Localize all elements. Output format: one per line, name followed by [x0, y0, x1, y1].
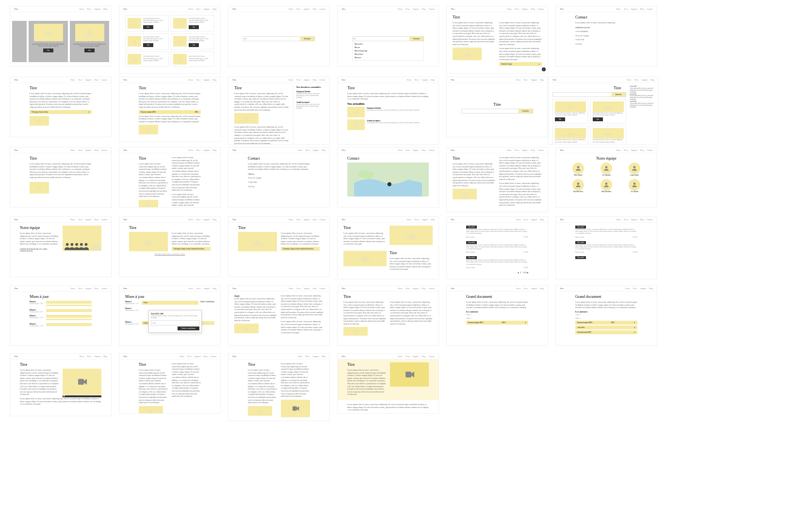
nav-link[interactable]: Contact — [101, 218, 107, 221]
nav-link[interactable]: News — [196, 287, 200, 290]
nav-link[interactable]: Contact — [320, 287, 325, 290]
image-caption-link[interactable]: Télécharger l'image en haute résolution … — [129, 253, 211, 255]
nav-link[interactable]: Home — [289, 79, 293, 81]
nav-link[interactable]: Blog — [95, 287, 98, 290]
nav-link[interactable]: Blog — [212, 149, 216, 151]
nav-link[interactable]: Contact — [320, 8, 325, 10]
nav-link[interactable]: Home — [516, 218, 521, 221]
nav-link[interactable]: Home — [516, 79, 521, 81]
nav-link[interactable]: Support — [631, 8, 637, 10]
nav-link[interactable]: Home — [407, 79, 412, 81]
nav-link[interactable]: Support — [195, 355, 201, 358]
nav-link[interactable]: Blog — [212, 8, 216, 10]
product-card[interactable]: Lorem ipsum dolor sit amet, consectetur … — [171, 33, 214, 50]
article-item[interactable]: Titre articleLorem ipsum dolor sit amet,… — [575, 226, 637, 238]
nav-link[interactable]: Contact — [320, 218, 325, 221]
nav-link[interactable]: News — [515, 149, 519, 151]
nav-link[interactable]: Blog — [431, 79, 435, 81]
nav-link[interactable]: News — [414, 79, 419, 81]
nav-link[interactable]: Home — [398, 149, 403, 151]
nav-link[interactable]: Blog — [103, 8, 107, 10]
nav-link[interactable]: Blog — [95, 149, 98, 151]
article-item[interactable]: Titre articleLorem ipsum dolor sit amet,… — [466, 256, 528, 269]
nav-link[interactable]: News — [78, 149, 82, 151]
nav-link[interactable]: News — [305, 149, 309, 151]
nav-link[interactable]: Support — [413, 355, 419, 358]
nav-link[interactable]: News — [523, 79, 528, 81]
carousel-card-2[interactable]: Lorem ipsum dolor sit amet, consectetur … — [70, 21, 109, 62]
update-row[interactable]: Élément 1Version actuelle : 2.1N — [30, 323, 92, 327]
nav-link[interactable]: Home — [516, 287, 521, 290]
nav-link[interactable]: Contact — [538, 149, 544, 151]
nav-link[interactable]: News — [633, 287, 637, 290]
nav-link[interactable]: Home — [289, 218, 293, 221]
nav-link[interactable]: News — [523, 287, 528, 290]
nav-link[interactable]: News — [406, 287, 410, 290]
nav-link[interactable]: Support — [95, 355, 101, 358]
product-card[interactable]: Lorem ipsum dolor sit amet, consectetur … — [125, 33, 169, 50]
nav-link[interactable]: Contact — [101, 287, 107, 290]
video-hero[interactable] — [390, 362, 429, 387]
nav-link[interactable]: Blog — [95, 218, 98, 221]
nav-link[interactable]: Contact — [538, 8, 544, 10]
nav-link[interactable]: Home — [407, 218, 412, 221]
nav-link[interactable]: Home — [289, 8, 293, 10]
nav-link[interactable]: Blog — [540, 287, 544, 290]
nav-link[interactable]: Support — [85, 218, 92, 221]
nav-link[interactable]: Blog — [103, 355, 107, 358]
toc-line[interactable]: Sommaire de page▸ — [499, 62, 542, 66]
nav-link[interactable]: Blog — [313, 79, 317, 81]
nav-link[interactable]: Support — [304, 79, 310, 81]
result-card[interactable]: Lorem ipsum dolor sit amet, consectetur … — [552, 99, 588, 124]
nav-link[interactable]: Support — [531, 287, 537, 290]
nav-link[interactable]: Home — [507, 8, 512, 10]
nav-link[interactable]: News — [296, 287, 301, 290]
doc-download[interactable]: Document complet (PDF)DOI ⤴⬇ — [466, 321, 528, 325]
nav-link[interactable]: News — [406, 355, 410, 358]
nav-link[interactable]: Home — [70, 149, 75, 151]
search-input[interactable] — [462, 109, 519, 113]
nav-link[interactable]: Home — [616, 8, 621, 10]
nav-link[interactable]: Support — [642, 79, 648, 81]
update-row[interactable]: Élément 1Version actuelle : 2.1N — [30, 301, 92, 307]
map-widget[interactable] — [347, 163, 429, 196]
doi-line[interactable]: Document complet (PDF)DOI ⤴ — [139, 110, 201, 114]
nav-link[interactable]: News — [296, 79, 301, 81]
product-card[interactable]: Lorem ipsum dolor sit amet, consectetur … — [171, 15, 214, 32]
nav-link[interactable]: Home — [70, 79, 75, 81]
team-member[interactable]: Alex Durand — [622, 179, 647, 193]
news-row[interactable]: Actualité peu importeLorem ipsum dolor s… — [347, 119, 429, 130]
nav-link[interactable]: Support — [631, 149, 637, 151]
nav-link[interactable]: Blog — [640, 8, 644, 10]
nav-link[interactable]: News — [78, 79, 82, 81]
nav-link[interactable]: News — [624, 149, 628, 151]
video-progress[interactable] — [63, 395, 101, 397]
nav-link[interactable]: Home — [70, 218, 75, 221]
update-row[interactable]: Élément 1Version actuelle : 2.1N — [30, 315, 92, 321]
nav-link[interactable]: Home — [80, 355, 84, 358]
nav-link[interactable]: News — [196, 79, 200, 81]
pagination[interactable]: ◀ 1 2 3 4 5 ▶ — [466, 272, 528, 274]
product-card[interactable]: Lorem ipsum dolor sit amet, consectetur … — [125, 15, 169, 32]
nav-link[interactable]: Home — [289, 287, 293, 290]
logo[interactable]: Titre — [14, 8, 18, 10]
nav-link[interactable]: Support — [413, 149, 419, 151]
nav-link[interactable]: Support — [422, 79, 428, 81]
nav-link[interactable]: Home — [189, 218, 194, 221]
nav-link[interactable]: Blog — [431, 218, 435, 221]
nav-link[interactable]: Support — [522, 8, 528, 10]
nav-link[interactable]: Support — [204, 287, 210, 290]
nav-link[interactable]: Support — [304, 287, 310, 290]
article-item[interactable]: Titre articleLorem ipsum dolor sit amet,… — [575, 241, 637, 254]
nav-link[interactable]: News — [78, 287, 82, 290]
nav-link[interactable]: Support — [531, 79, 537, 81]
search-input[interactable] — [353, 37, 409, 41]
nav-link[interactable]: News — [296, 218, 301, 221]
nav-link[interactable]: Support — [85, 79, 92, 81]
nav-link[interactable]: Home — [70, 287, 75, 290]
nav-link[interactable]: Home — [189, 287, 194, 290]
nav-link[interactable]: Blog — [204, 355, 208, 358]
nav-link[interactable]: Blog — [650, 79, 654, 81]
nav-link[interactable]: Blog — [322, 149, 325, 151]
nav-link[interactable]: Contact — [429, 355, 435, 358]
